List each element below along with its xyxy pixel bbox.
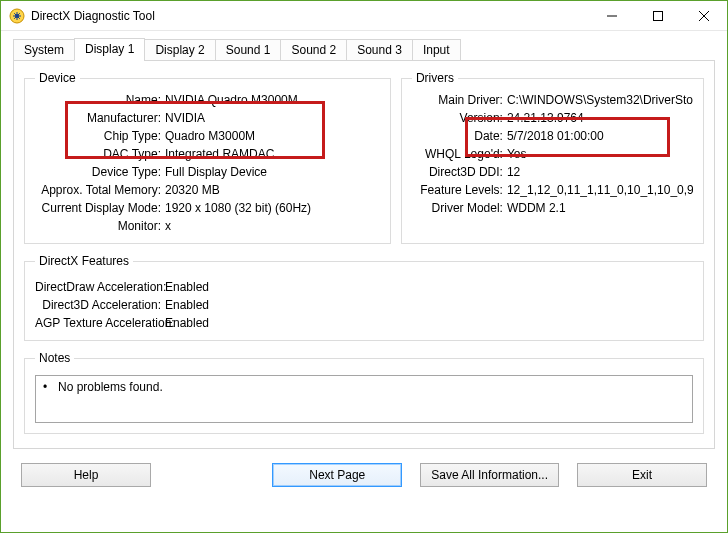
driver-main-value: C:\WINDOWS\System32\DriverStore [507,93,693,107]
svg-rect-2 [654,11,663,20]
group-notes: Notes • No problems found. [24,351,704,434]
group-dxfeatures-legend: DirectX Features [35,254,133,268]
app-icon [9,8,25,24]
device-type-value: Full Display Device [165,165,380,179]
device-monitor-value: x [165,219,380,233]
device-mode-value: 1920 x 1080 (32 bit) (60Hz) [165,201,380,215]
dxf-agp-value: Enabled [165,316,693,330]
device-mode-label: Current Display Mode: [35,201,165,215]
svg-point-1 [15,14,19,18]
group-notes-legend: Notes [35,351,74,365]
close-button[interactable] [681,1,727,31]
driver-whql-label: WHQL Logo'd: [412,147,507,161]
device-manufacturer-label: Manufacturer: [35,111,165,125]
driver-date-label: Date: [412,129,507,143]
tab-sound2[interactable]: Sound 2 [280,39,347,61]
minimize-icon [607,11,617,21]
dxf-dd-value: Enabled [165,280,693,294]
bullet-icon: • [42,380,48,394]
device-name-label: Name: [35,93,165,107]
minimize-button[interactable] [589,1,635,31]
group-drivers: Drivers Main Driver: C:\WINDOWS\System32… [401,71,704,244]
device-manufacturer-value: NVIDIA [165,111,380,125]
window-controls [589,1,727,31]
device-dac-value: Integrated RAMDAC [165,147,380,161]
device-monitor-label: Monitor: [35,219,165,233]
help-button[interactable]: Help [21,463,151,487]
driver-model-value: WDDM 2.1 [507,201,693,215]
save-all-button[interactable]: Save All Information... [420,463,559,487]
group-drivers-legend: Drivers [412,71,458,85]
driver-ddi-value: 12 [507,165,693,179]
driver-features-value: 12_1,12_0,11_1,11_0,10_1,10_0,9_ [507,183,693,197]
dxf-dd-label: DirectDraw Acceleration: [35,280,165,294]
tab-input[interactable]: Input [412,39,461,61]
tab-sound1[interactable]: Sound 1 [215,39,282,61]
tab-strip: System Display 1 Display 2 Sound 1 Sound… [13,39,715,61]
device-chip-value: Quadro M3000M [165,129,380,143]
tab-sound3[interactable]: Sound 3 [346,39,413,61]
notes-textbox[interactable]: • No problems found. [35,375,693,423]
device-memory-value: 20320 MB [165,183,380,197]
window-title: DirectX Diagnostic Tool [31,9,589,23]
device-memory-label: Approx. Total Memory: [35,183,165,197]
maximize-icon [653,11,663,21]
driver-features-label: Feature Levels: [412,183,507,197]
tab-page-display1: Device Name: NVIDIA Quadro M3000M Manufa… [13,61,715,449]
driver-ddi-label: Direct3D DDI: [412,165,507,179]
close-icon [699,11,709,21]
group-device-legend: Device [35,71,80,85]
tab-system[interactable]: System [13,39,75,61]
exit-button[interactable]: Exit [577,463,707,487]
next-page-button[interactable]: Next Page [272,463,402,487]
dxf-agp-label: AGP Texture Acceleration: [35,316,165,330]
driver-model-label: Driver Model: [412,201,507,215]
title-bar: DirectX Diagnostic Tool [1,1,727,31]
dxf-d3d-label: Direct3D Acceleration: [35,298,165,312]
maximize-button[interactable] [635,1,681,31]
driver-whql-value: Yes [507,147,693,161]
driver-version-label: Version: [412,111,507,125]
device-type-label: Device Type: [35,165,165,179]
driver-date-value: 5/7/2018 01:00:00 [507,129,693,143]
device-dac-label: DAC Type: [35,147,165,161]
driver-main-label: Main Driver: [412,93,507,107]
driver-version-value: 24.21.13.9764 [507,111,693,125]
device-chip-label: Chip Type: [35,129,165,143]
tab-display2[interactable]: Display 2 [144,39,215,61]
notes-text: No problems found. [58,380,163,394]
tab-display1[interactable]: Display 1 [74,38,145,61]
button-row: Help Next Page Save All Information... E… [1,449,727,501]
dxf-d3d-value: Enabled [165,298,693,312]
group-dxfeatures: DirectX Features DirectDraw Acceleration… [24,254,704,341]
group-device: Device Name: NVIDIA Quadro M3000M Manufa… [24,71,391,244]
device-name-value: NVIDIA Quadro M3000M [165,93,380,107]
